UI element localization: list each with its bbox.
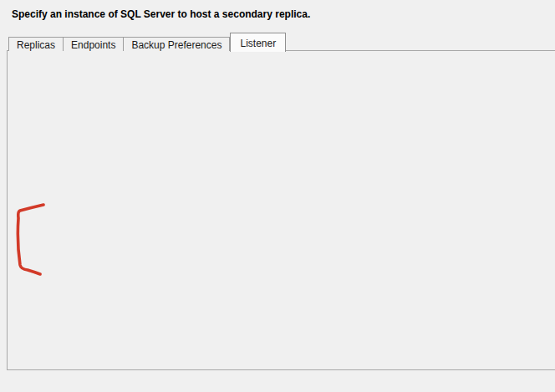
tab-strip: Replicas Endpoints Backup Preferences Li… <box>8 32 285 51</box>
tab-backup-preferences[interactable]: Backup Preferences <box>123 37 230 51</box>
tab-listener[interactable]: Listener <box>230 33 286 52</box>
tab-replicas[interactable]: Replicas <box>8 37 64 51</box>
listener-tab-panel <box>7 50 555 370</box>
tab-endpoints[interactable]: Endpoints <box>63 37 124 51</box>
page-title: Specify an instance of SQL Server to hos… <box>12 8 310 20</box>
availability-group-listener-dialog: { "header": { "title": "Specify an insta… <box>0 0 555 392</box>
